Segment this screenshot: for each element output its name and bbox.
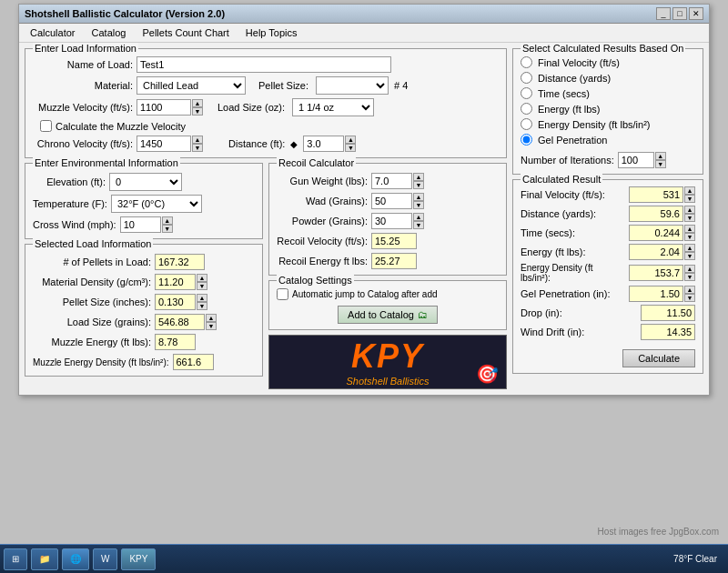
- radio-time-input[interactable]: [521, 87, 532, 99]
- taskbar-word[interactable]: W: [93, 548, 117, 570]
- calc-time-input[interactable]: [629, 225, 683, 241]
- calc-energy-down[interactable]: ▼: [684, 252, 695, 260]
- menu-calculator[interactable]: Calculator: [23, 25, 83, 40]
- gun-weight-down[interactable]: ▼: [413, 181, 424, 189]
- recoil-vel-input[interactable]: [371, 233, 417, 249]
- density-up[interactable]: ▲: [197, 274, 207, 282]
- calc-energy-density-input[interactable]: [629, 265, 683, 281]
- iterations-spinner: ▲ ▼: [618, 152, 666, 168]
- iterations-down[interactable]: ▼: [655, 160, 666, 168]
- calc-wind-drift-input[interactable]: [641, 324, 695, 340]
- calc-distance-input[interactable]: [629, 206, 683, 222]
- left-column: Enter Load Information Name of Load: Mat…: [25, 48, 507, 389]
- density-row: Material Density (g/cm³): ▲ ▼: [33, 274, 255, 290]
- density-input[interactable]: [155, 274, 196, 290]
- muzzle-vel-down[interactable]: ▼: [192, 107, 203, 116]
- load-grains-up[interactable]: ▲: [206, 314, 217, 322]
- iterations-input[interactable]: [618, 152, 654, 168]
- pellet-size-in-up[interactable]: ▲: [197, 294, 207, 302]
- calc-energy-input[interactable]: [629, 244, 683, 260]
- pellet-size-in-label: Pellet Size (inches):: [33, 297, 151, 307]
- gun-weight-up[interactable]: ▲: [413, 173, 424, 181]
- elevation-select[interactable]: 0: [109, 173, 182, 191]
- pellets-input[interactable]: [155, 254, 205, 270]
- calc-energy-density-down[interactable]: ▼: [684, 273, 695, 281]
- calc-final-vel-input[interactable]: [629, 186, 683, 203]
- wad-input[interactable]: [371, 193, 412, 209]
- calc-final-vel-up[interactable]: ▲: [684, 186, 695, 195]
- material-select[interactable]: Chilled Lead: [136, 76, 246, 95]
- pellet-size-in-input[interactable]: [155, 294, 196, 310]
- recoil-group: Recoil Calculator Gun Weight (lbs): ▲ ▼: [268, 163, 507, 276]
- density-down[interactable]: ▼: [197, 282, 207, 290]
- chrono-vel-up[interactable]: ▲: [192, 136, 203, 144]
- wind-up[interactable]: ▲: [162, 216, 173, 225]
- load-size-select[interactable]: 1 1/4 oz: [292, 98, 374, 116]
- wind-down[interactable]: ▼: [162, 225, 173, 233]
- taskbar-file-explorer[interactable]: 📁: [31, 548, 58, 570]
- recoil-energy-label: Recoil Energy ft lbs:: [277, 256, 368, 266]
- density-spin-btns: ▲ ▼: [197, 274, 207, 290]
- distance-label: Distance (ft):: [228, 138, 285, 149]
- powder-up[interactable]: ▲: [413, 213, 424, 221]
- wind-input[interactable]: [120, 216, 161, 233]
- calc-energy-row: Energy (ft lbs): ▲ ▼: [521, 244, 695, 260]
- load-grains-input[interactable]: [155, 314, 205, 330]
- close-button[interactable]: ✕: [689, 7, 703, 20]
- powder-down[interactable]: ▼: [413, 221, 424, 229]
- menu-catalog[interactable]: Catalog: [85, 25, 134, 40]
- muzzle-density-input[interactable]: [173, 354, 214, 370]
- calc-time-up[interactable]: ▲: [684, 225, 695, 233]
- calc-gel-pen-input[interactable]: [629, 286, 683, 302]
- distance-up[interactable]: ▲: [345, 136, 356, 144]
- iterations-up[interactable]: ▲: [655, 152, 666, 160]
- calc-drop-input[interactable]: [641, 305, 695, 321]
- load-grains-down[interactable]: ▼: [206, 322, 217, 330]
- calc-time-spin-btns: ▲ ▼: [684, 225, 695, 241]
- radio-energy-input[interactable]: [521, 103, 532, 115]
- pellet-size-select[interactable]: [316, 76, 389, 95]
- muzzle-vel-input[interactable]: [136, 99, 191, 116]
- muzzle-energy-input[interactable]: [155, 334, 196, 350]
- calculate-button[interactable]: Calculate: [622, 349, 695, 367]
- calc-gel-pen-up[interactable]: ▲: [684, 286, 695, 294]
- radio-energy-density-input[interactable]: [521, 118, 532, 130]
- recoil-energy-input[interactable]: [371, 253, 417, 269]
- taskbar-browser[interactable]: 🌐: [62, 548, 89, 570]
- calc-distance-up[interactable]: ▲: [684, 206, 695, 214]
- calc-energy-up[interactable]: ▲: [684, 244, 695, 252]
- radio-gel-pen-input[interactable]: [521, 134, 532, 146]
- calc-energy-density-up[interactable]: ▲: [684, 265, 695, 273]
- calc-wind-drift-label: Wind Drift (in):: [521, 327, 637, 337]
- radio-final-vel-input[interactable]: [521, 56, 532, 68]
- muzzle-density-row: Muzzle Energy Density (ft lbs/in²):: [33, 354, 255, 370]
- menu-pellets-chart[interactable]: Pellets Count Chart: [135, 25, 236, 40]
- calc-final-vel-down[interactable]: ▼: [684, 195, 695, 203]
- chrono-vel-down[interactable]: ▼: [192, 144, 203, 152]
- calc-muzzle-checkbox[interactable]: [40, 120, 52, 132]
- calc-gel-pen-down[interactable]: ▼: [684, 294, 695, 302]
- wad-up[interactable]: ▲: [413, 193, 424, 201]
- calc-final-vel-spin-btns: ▲ ▼: [684, 186, 695, 203]
- add-catalog-button[interactable]: Add to Catalog 🗂: [338, 306, 438, 324]
- distance-input[interactable]: [303, 136, 344, 152]
- temp-select[interactable]: 32°F (0°C): [111, 195, 202, 213]
- menu-help-topics[interactable]: Help Topics: [238, 25, 305, 40]
- maximize-button[interactable]: □: [672, 7, 687, 20]
- pellet-size-in-down[interactable]: ▼: [197, 302, 207, 310]
- gun-weight-input[interactable]: [371, 173, 412, 189]
- calc-distance-down[interactable]: ▼: [684, 214, 695, 222]
- powder-input[interactable]: [371, 213, 412, 229]
- muzzle-vel-up[interactable]: ▲: [192, 99, 203, 107]
- taskbar-calc-app[interactable]: KPY: [121, 548, 156, 570]
- chrono-vel-input[interactable]: [136, 136, 191, 152]
- muzzle-vel-spinner: ▲ ▼: [136, 99, 203, 116]
- auto-jump-checkbox[interactable]: [277, 288, 288, 300]
- distance-down[interactable]: ▼: [345, 144, 356, 152]
- calc-time-down[interactable]: ▼: [684, 233, 695, 241]
- radio-distance-input[interactable]: [521, 72, 532, 84]
- wad-down[interactable]: ▼: [413, 201, 424, 209]
- minimize-button[interactable]: _: [656, 7, 671, 20]
- name-input[interactable]: [136, 56, 391, 73]
- start-button[interactable]: ⊞: [4, 548, 27, 570]
